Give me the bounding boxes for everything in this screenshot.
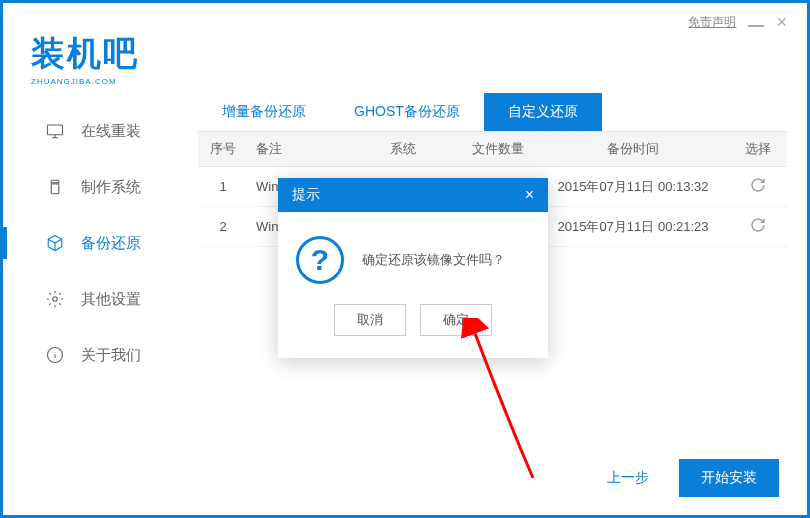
dialog-message: 确定还原该镜像文件吗？ (362, 251, 505, 269)
tabs: 增量备份还原 GHOST备份还原 自定义还原 (198, 93, 787, 132)
dialog-close-button[interactable]: × (525, 186, 534, 204)
sidebar-item-backup-restore[interactable]: 备份还原 (3, 215, 183, 271)
sidebar-item-about[interactable]: 关于我们 (3, 327, 183, 383)
logo: 装机吧 ZHUANGJIBA.COM (31, 31, 139, 86)
disclaimer-link[interactable]: 免责声明 (688, 14, 736, 31)
cell-time: 2015年07月11日 00:13:32 (538, 178, 728, 196)
tab-ghost[interactable]: GHOST备份还原 (330, 93, 484, 131)
usb-icon (45, 177, 65, 197)
minimize-button[interactable] (748, 25, 764, 27)
cube-icon (45, 233, 65, 253)
question-icon: ? (296, 236, 344, 284)
titlebar: 免责声明 × (3, 3, 807, 31)
sidebar-item-make-system[interactable]: 制作系统 (3, 159, 183, 215)
svg-rect-3 (56, 183, 58, 185)
refresh-icon (750, 217, 766, 233)
tab-custom[interactable]: 自定义还原 (484, 93, 602, 131)
tab-incremental[interactable]: 增量备份还原 (198, 93, 330, 131)
dialog-footer: 取消 确定 (278, 304, 548, 358)
dialog-body: ? 确定还原该镜像文件吗？ (278, 212, 548, 304)
dialog-title: 提示 (292, 186, 320, 204)
sidebar-item-other-settings[interactable]: 其他设置 (3, 271, 183, 327)
svg-rect-2 (53, 183, 55, 185)
cell-seq: 1 (198, 179, 248, 194)
header-sel: 选择 (728, 140, 787, 158)
footer: 上一步 开始安装 (595, 459, 779, 497)
logo-text: 装机吧 (31, 31, 139, 77)
cell-time: 2015年07月11日 00:21:23 (538, 218, 728, 236)
cancel-button[interactable]: 取消 (334, 304, 406, 336)
refresh-icon (750, 177, 766, 193)
cell-sel[interactable] (728, 177, 787, 196)
header-seq: 序号 (198, 140, 248, 158)
sidebar-item-reinstall[interactable]: 在线重装 (3, 103, 183, 159)
cell-seq: 2 (198, 219, 248, 234)
sidebar-item-label: 制作系统 (81, 178, 141, 197)
monitor-icon (45, 121, 65, 141)
gear-icon (45, 289, 65, 309)
cell-sel[interactable] (728, 217, 787, 236)
start-install-button[interactable]: 开始安装 (679, 459, 779, 497)
prev-button[interactable]: 上一步 (595, 461, 661, 495)
close-button[interactable]: × (776, 13, 787, 31)
table-header: 序号 备注 系统 文件数量 备份时间 选择 (198, 132, 787, 167)
header-note: 备注 (248, 140, 348, 158)
app-window: 免责声明 × 装机吧 ZHUANGJIBA.COM 在线重装 制作系统 备份还原 (0, 0, 810, 518)
sidebar-item-label: 在线重装 (81, 122, 141, 141)
info-icon (45, 345, 65, 365)
header-time: 备份时间 (538, 140, 728, 158)
dialog-header: 提示 × (278, 178, 548, 212)
header-sys: 系统 (348, 140, 458, 158)
header-count: 文件数量 (458, 140, 538, 158)
sidebar-item-label: 备份还原 (81, 234, 141, 253)
sidebar-item-label: 关于我们 (81, 346, 141, 365)
sidebar: 在线重装 制作系统 备份还原 其他设置 关于我们 (3, 103, 183, 383)
confirm-dialog: 提示 × ? 确定还原该镜像文件吗？ 取消 确定 (278, 178, 548, 358)
svg-rect-0 (48, 125, 63, 135)
logo-subtext: ZHUANGJIBA.COM (31, 77, 139, 86)
sidebar-item-label: 其他设置 (81, 290, 141, 309)
svg-point-4 (53, 297, 58, 302)
confirm-button[interactable]: 确定 (420, 304, 492, 336)
